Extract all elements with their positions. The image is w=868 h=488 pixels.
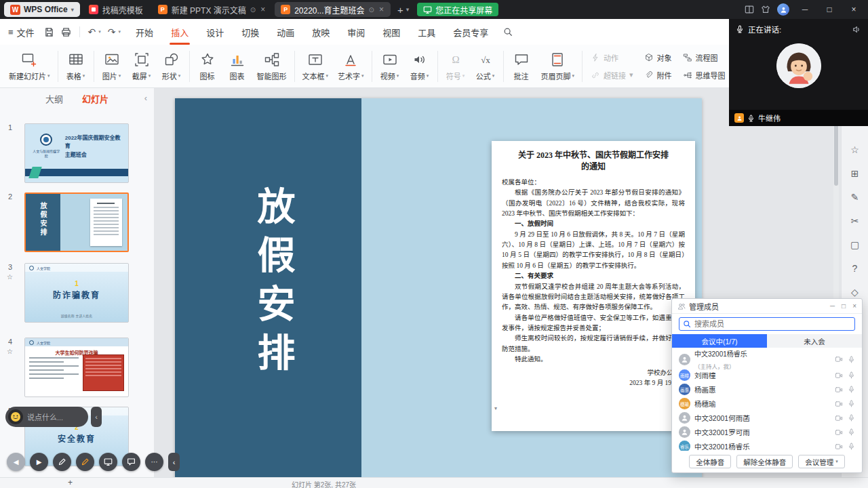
chevron-down-icon[interactable]: ▾	[98, 29, 101, 35]
highlighter-tool-button[interactable]	[76, 453, 94, 471]
tab-slideshow[interactable]: 放映	[312, 26, 330, 39]
redo-icon[interactable]: ↷	[108, 26, 116, 37]
minimize-button[interactable]: ─	[796, 0, 814, 19]
file-menu-button[interactable]: ≡ 文件	[8, 26, 35, 39]
mic-icon[interactable]	[848, 443, 855, 450]
mic-icon[interactable]	[848, 386, 855, 393]
new-slide-plus-button[interactable]: +	[68, 478, 73, 488]
tab-in-meeting[interactable]: 会议中(1/7)	[672, 334, 767, 348]
picture-button[interactable]: 图片▾	[97, 48, 127, 84]
screen-share-banner[interactable]: 您正在共享屏幕	[417, 3, 498, 16]
tab-close-icon[interactable]: ×	[260, 5, 266, 14]
camera-icon[interactable]	[835, 415, 843, 422]
previous-slide-button[interactable]: ◀	[7, 453, 25, 471]
selection-pane-icon[interactable]: ▢	[850, 240, 859, 249]
mic-icon[interactable]	[848, 371, 855, 379]
panel-maximize-icon[interactable]: □	[842, 302, 846, 310]
camera-icon[interactable]	[835, 372, 843, 379]
more-tools-button[interactable]: ···	[145, 453, 163, 471]
camera-icon[interactable]	[835, 429, 843, 436]
unmute-all-button[interactable]: 解除全体静音	[736, 455, 793, 468]
comment-tool-button[interactable]	[122, 453, 140, 471]
maximize-button[interactable]: □	[821, 0, 838, 19]
volume-icon[interactable]	[852, 25, 861, 34]
mic-icon[interactable]	[848, 400, 855, 407]
search-icon[interactable]	[503, 27, 513, 37]
video-button[interactable]: 视频▾	[375, 48, 405, 84]
user-avatar[interactable]	[777, 3, 789, 16]
split-screen-icon[interactable]	[745, 5, 754, 14]
tab-transition[interactable]: 切换	[241, 26, 259, 39]
object-button[interactable]: 对象	[641, 50, 675, 65]
meeting-manage-button[interactable]: 会议管理▾	[798, 455, 845, 468]
mute-all-button[interactable]: 全体静音	[689, 455, 731, 468]
slide-navy-block[interactable]: 放假安排	[175, 98, 361, 477]
save-icon[interactable]	[44, 27, 54, 37]
member-row[interactable]: 中文32001何雨菡	[679, 411, 855, 425]
tab-template-store[interactable]: 找稿壳模板	[83, 2, 149, 17]
tab-close-icon[interactable]: ×	[378, 5, 384, 14]
new-slide-button[interactable]: 新建幻灯片▾	[4, 48, 55, 84]
member-search-input[interactable]	[679, 317, 855, 331]
chevron-down-icon[interactable]: ▾	[119, 29, 121, 35]
formula-button[interactable]: √x 公式▾	[471, 48, 500, 84]
slide-3-thumbnail[interactable]: 人文学院 1 防诈骗教育 班级名称 主讲人姓名	[24, 263, 129, 323]
flowchart-button[interactable]: 流程图	[679, 50, 729, 65]
tab-slides[interactable]: 幻灯片	[82, 92, 108, 105]
help-icon[interactable]: ?	[852, 264, 858, 273]
tab-not-joined[interactable]: 未入会	[767, 334, 862, 348]
tab-home[interactable]: 开始	[136, 26, 153, 39]
header-footer-button[interactable]: 页眉页脚▾	[536, 48, 580, 84]
chat-input[interactable]: 说点什么...	[5, 407, 88, 427]
icon-library-button[interactable]: 图标	[193, 48, 222, 84]
notice-document[interactable]: 关于 2023 年中秋节、国庆节假期工作安排 的通知 校属各单位： 根据《国务院…	[492, 141, 695, 431]
comment-button[interactable]: 批注	[507, 48, 536, 84]
edit-tool-icon[interactable]: ✎	[851, 192, 859, 202]
mic-icon[interactable]	[848, 414, 855, 422]
chat-collapse-icon[interactable]: ‹	[91, 407, 102, 427]
table-button[interactable]: 表格▾	[61, 48, 91, 84]
shape-tool-icon[interactable]: ◇	[851, 287, 859, 297]
tab-list-chevron-icon[interactable]: ▾	[406, 6, 410, 13]
screenshot-button[interactable]: 截屏▾	[127, 48, 157, 84]
tab-current-document[interactable]: P 20220...育主题班会 ⊙ ×	[275, 2, 391, 17]
clip-tool-icon[interactable]: ✂	[851, 216, 859, 226]
mic-icon[interactable]	[848, 428, 855, 436]
member-row[interactable]: 睿乐 中文32001杨睿乐	[679, 439, 855, 451]
member-row[interactable]: 中文32001杨睿乐 （主持人，我）	[679, 350, 855, 368]
chart-button[interactable]: 图表	[222, 48, 252, 84]
slide-vertical-title[interactable]: 放假安排	[245, 186, 300, 382]
member-row[interactable]: 画惠 杨画惠	[679, 382, 855, 396]
slide-layout-icon[interactable]: ⊞	[851, 169, 859, 178]
tab-insert[interactable]: 插入	[171, 26, 189, 39]
wps-home-tab[interactable]: W WPS Office ▾	[4, 2, 80, 17]
tab-animation[interactable]: 动画	[277, 26, 294, 39]
tab-outline[interactable]: 大纲	[45, 92, 63, 105]
undo-icon[interactable]: ↶	[88, 26, 96, 37]
tab-review[interactable]: 审阅	[347, 26, 365, 39]
member-row[interactable]: 雨橦 刘雨橦	[679, 368, 855, 382]
slide-2-thumbnail-selected[interactable]: 放假安排	[24, 192, 129, 252]
tab-new-pptx[interactable]: P 新建 PPTX 演示文稿 ⊙ ×	[152, 2, 272, 17]
member-row[interactable]: 穗瑜 杨穗瑜	[679, 396, 855, 411]
wordart-button[interactable]: 艺术字▾	[333, 48, 369, 84]
member-row[interactable]: 中文32001罗可雨	[679, 425, 855, 439]
camera-icon[interactable]	[835, 356, 843, 363]
screen-share-tool-button[interactable]	[99, 453, 117, 471]
tab-tools[interactable]: 工具	[418, 26, 435, 39]
shapes-button[interactable]: 形状▾	[157, 48, 186, 84]
panel-collapse-icon[interactable]: ‹	[144, 93, 147, 103]
favorites-icon[interactable]: ☆	[850, 145, 859, 155]
pen-tool-button[interactable]	[53, 453, 71, 471]
panel-close-icon[interactable]: ×	[852, 302, 856, 310]
play-slideshow-button[interactable]: ▶	[30, 453, 48, 471]
camera-icon[interactable]	[835, 386, 843, 393]
toolbar-collapse-icon[interactable]: ‹	[168, 453, 180, 471]
tab-view[interactable]: 视图	[382, 26, 400, 39]
mic-icon[interactable]	[848, 356, 855, 363]
camera-icon[interactable]	[835, 401, 843, 407]
slide-4-thumbnail[interactable]: 人文学院 大学生如何防范诈骗	[24, 338, 129, 397]
attachment-button[interactable]: 附件	[641, 68, 675, 83]
print-icon[interactable]	[61, 27, 71, 37]
tab-design[interactable]: 设计	[206, 26, 224, 39]
